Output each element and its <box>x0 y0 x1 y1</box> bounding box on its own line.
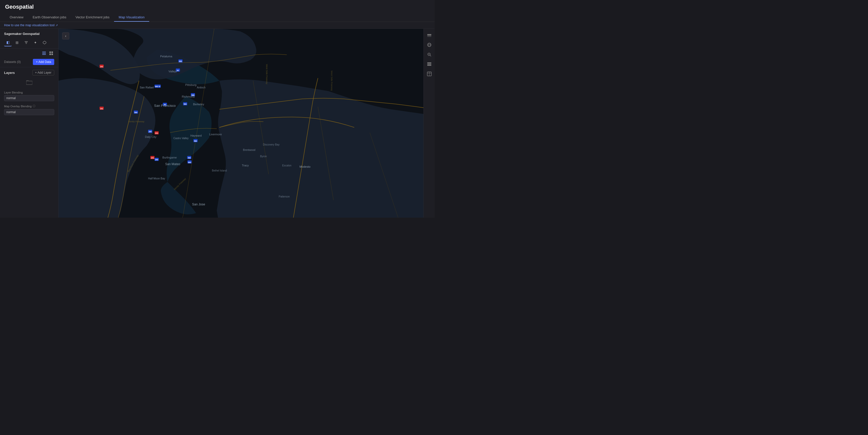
tab-overview[interactable]: Overview <box>5 13 28 22</box>
svg-text:Nimitz Freeway: Nimitz Freeway <box>128 120 145 123</box>
svg-rect-5 <box>42 53 46 54</box>
svg-text:101: 101 <box>151 157 154 159</box>
app-title: Geospatial <box>5 4 430 10</box>
layer-folder-icon <box>26 80 32 86</box>
globe-button[interactable] <box>425 40 434 49</box>
svg-text:San Mateo: San Mateo <box>165 162 180 166</box>
svg-text:Petaluma: Petaluma <box>160 55 173 58</box>
layer-blending-select[interactable]: normal multiply screen overlay <box>4 95 54 101</box>
svg-text:San Jose: San Jose <box>192 203 205 206</box>
filter-icon-btn[interactable] <box>22 39 30 47</box>
svg-rect-78 <box>427 36 431 37</box>
sparkle-icon-btn[interactable]: ✦ <box>32 39 39 47</box>
svg-text:Berkeley: Berkeley <box>193 103 204 106</box>
svg-text:Brentwood: Brentwood <box>243 149 255 151</box>
svg-rect-10 <box>52 54 53 55</box>
svg-text:Richmond: Richmond <box>182 95 194 98</box>
list-view-btn[interactable] <box>41 50 47 56</box>
info-icon[interactable]: ⓘ <box>33 104 35 108</box>
svg-text:Bethel Island: Bethel Island <box>212 169 227 172</box>
map-overlay-blending-select[interactable]: normal multiply screen overlay <box>4 109 54 115</box>
map-layers-button[interactable] <box>425 31 434 39</box>
svg-rect-8 <box>52 52 53 53</box>
layers-header: Layers + Add Layer <box>4 70 54 76</box>
layer-placeholder <box>4 78 54 88</box>
svg-text:101: 101 <box>100 66 103 68</box>
svg-rect-4 <box>42 52 46 52</box>
svg-text:580: 580 <box>194 140 197 142</box>
svg-text:Livermore: Livermore <box>209 133 222 136</box>
svg-text:680: 680 <box>179 60 182 62</box>
view-toggle <box>0 49 58 58</box>
svg-text:Castro Valley: Castro Valley <box>174 137 189 140</box>
svg-text:Escalon: Escalon <box>282 164 291 167</box>
add-layer-button[interactable]: + Add Layer <box>32 70 54 76</box>
tab-earth-observation[interactable]: Earth Observation jobs <box>28 13 71 22</box>
sidebar-title: Sagemaker Geospatial <box>0 29 58 38</box>
svg-rect-9 <box>50 54 51 55</box>
layers-icon-btn[interactable]: ◧ <box>4 39 12 47</box>
svg-text:Burlingame: Burlingame <box>162 156 177 159</box>
svg-marker-3 <box>43 41 46 44</box>
datasets-label: Datasets (0) <box>4 60 21 64</box>
svg-text:580: 580 <box>134 112 137 114</box>
main-content: Sagemaker Geospatial ◧ ⊞ ✦ <box>0 29 435 218</box>
svg-text:80: 80 <box>177 69 179 71</box>
svg-text:Antioch: Antioch <box>197 86 206 89</box>
svg-text:Hayward: Hayward <box>190 134 202 137</box>
svg-text:Half Moon Bay: Half Moon Bay <box>148 177 165 180</box>
svg-line-84 <box>430 55 431 56</box>
svg-text:Tracy: Tracy <box>242 164 249 167</box>
map-canvas: 101 101 80 80 680 580 780 680 580 580 28… <box>59 29 435 218</box>
svg-text:101: 101 <box>100 108 103 110</box>
map-overlay-blending-label: Map Overlay Blending ⓘ <box>4 104 54 108</box>
datasets-header: Datasets (0) + Add Data <box>0 58 58 67</box>
sidebar: Sagemaker Geospatial ◧ ⊞ ✦ <box>0 29 59 218</box>
layer-blending-label: Layer Blending <box>4 91 54 94</box>
svg-text:280: 280 <box>149 131 152 133</box>
svg-text:Patterson: Patterson <box>279 195 290 198</box>
list-view-button[interactable] <box>425 60 434 68</box>
svg-rect-6 <box>42 54 46 55</box>
svg-text:Modesto: Modesto <box>300 165 310 168</box>
header: Geospatial Overview Earth Observation jo… <box>0 0 435 22</box>
svg-rect-7 <box>50 52 51 53</box>
svg-text:Vallejo: Vallejo <box>168 70 177 73</box>
table-view-button[interactable] <box>425 69 434 78</box>
layers-section: Layers + Add Layer <box>0 67 58 91</box>
svg-text:West Side Freeway: West Side Freeway <box>331 70 333 91</box>
svg-point-83 <box>429 54 429 55</box>
polygon-icon-btn[interactable] <box>41 39 49 47</box>
collapse-sidebar-button[interactable]: ‹ <box>62 32 69 39</box>
svg-rect-87 <box>427 65 431 66</box>
svg-rect-77 <box>427 35 431 36</box>
svg-text:101: 101 <box>155 132 158 134</box>
svg-text:Byron: Byron <box>260 155 267 158</box>
svg-rect-76 <box>427 34 431 35</box>
grid-icon-btn[interactable]: ⊞ <box>13 39 21 47</box>
external-link-icon: ↗ <box>56 24 58 27</box>
blending-section: Layer Blending normal multiply screen ov… <box>0 91 58 118</box>
tab-map-visualization[interactable]: Map Visualization <box>114 13 149 22</box>
svg-text:Daly City: Daly City <box>145 135 156 138</box>
svg-text:San Francisco: San Francisco <box>154 104 176 108</box>
svg-text:280: 280 <box>155 159 158 161</box>
svg-text:Pittsburg: Pittsburg <box>185 83 196 86</box>
right-toolbar <box>424 29 435 218</box>
svg-text:Discovery Bay: Discovery Bay <box>263 143 280 146</box>
svg-text:West Side Freeway: West Side Freeway <box>266 64 268 85</box>
info-bar: How to use the map visualization tool ↗ <box>0 22 435 29</box>
add-data-button[interactable]: + Add Data <box>33 59 54 65</box>
svg-rect-85 <box>427 62 431 63</box>
tab-vector-enrichment[interactable]: Vector Enrichment jobs <box>71 13 114 22</box>
svg-text:580: 580 <box>188 157 191 159</box>
search-area-button[interactable] <box>425 50 434 59</box>
map-area[interactable]: ‹ <box>59 29 435 218</box>
info-bar-link[interactable]: How to use the map visualization tool <box>4 24 55 27</box>
svg-text:580: 580 <box>184 103 187 105</box>
svg-rect-86 <box>427 64 431 64</box>
svg-text:680: 680 <box>188 162 191 164</box>
grid-view-btn[interactable] <box>48 50 54 56</box>
svg-text:San Rafael: San Rafael <box>140 86 154 89</box>
svg-rect-11 <box>26 81 32 85</box>
